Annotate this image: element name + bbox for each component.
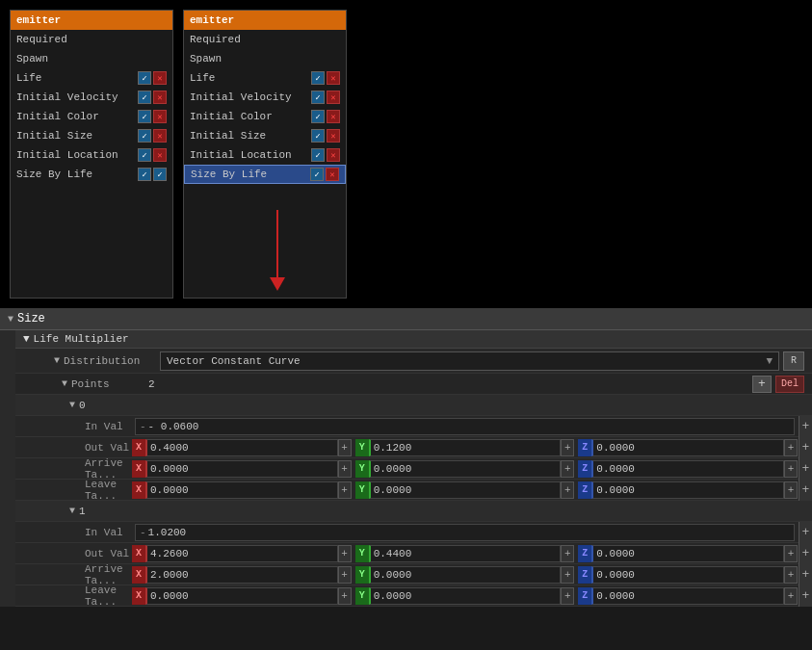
initiallocation-checkbox-1[interactable]: ✓	[138, 148, 151, 162]
outval-0-x-input[interactable]: 0.4000	[145, 439, 338, 456]
arriveta-0-z-plus[interactable]: +	[784, 460, 798, 478]
arriveta-1-z-input[interactable]: 0.0000	[591, 566, 784, 584]
initialcolor-checkbox-2[interactable]: ✓	[311, 110, 325, 123]
outval-0-z-input[interactable]: 0.0000	[591, 439, 784, 456]
top-panel: emitter Required Spawn Life ✓ ✕ Initial …	[0, 0, 812, 308]
sizebylife-checkbox-2[interactable]: ✓	[310, 168, 324, 181]
arriveta-1-y-input[interactable]: 0.0000	[369, 566, 562, 584]
emitter-initialsize-2: Initial Size ✓ ✕	[184, 126, 346, 145]
initialsize-x-1[interactable]: ✕	[153, 129, 167, 143]
initiallocation-checkbox-2[interactable]: ✓	[311, 148, 325, 162]
leaveta-1-y-plus[interactable]: +	[561, 587, 574, 605]
life-multiplier-header[interactable]: ▼ Life Multiplier	[15, 330, 812, 349]
outval-0-y-input[interactable]: 0.1200	[369, 439, 562, 456]
points-add-button[interactable]: +	[752, 376, 772, 393]
sizebylife-checkbox-1[interactable]: ✓	[138, 168, 151, 181]
leaveta-0-y-plus[interactable]: +	[561, 481, 574, 499]
leaveta-0-x-value: 0.0000	[150, 484, 189, 496]
inval-1-input-wrapper[interactable]: - 1.0200	[135, 524, 795, 541]
emitter-sizebylife-1: Size By Life ✓ ✓	[11, 165, 172, 184]
inval-1-row: In Val - 1.0200 +	[15, 522, 812, 543]
outval-1-x-input[interactable]: 4.2600	[145, 545, 338, 562]
leaveta-1-x-label: X	[132, 587, 145, 605]
bottom-panel: ▼ Size ▼ Life Multiplier ▼ Distribution …	[0, 308, 812, 607]
life-x-2[interactable]: ✕	[327, 71, 340, 85]
outval-1-z-input[interactable]: 0.0000	[591, 545, 784, 562]
outval-1-y-input[interactable]: 0.4400	[369, 545, 562, 562]
inval-0-input-wrapper[interactable]: - - 0.0600	[135, 418, 795, 435]
arriveta-1-y-label: Y	[355, 566, 369, 584]
initialsize-checkbox-1[interactable]: ✓	[138, 129, 151, 143]
initiallocation-x-1[interactable]: ✕	[153, 148, 167, 162]
arriveta-0-x-plus[interactable]: +	[338, 460, 352, 478]
distribution-r-button[interactable]: R	[783, 351, 804, 371]
leaveta-1-x-input[interactable]: 0.0000	[145, 587, 338, 605]
outval-1-y-plus[interactable]: +	[561, 545, 574, 562]
leaveta-0-y-input[interactable]: 0.0000	[369, 481, 562, 499]
leaveta-1-z-plus[interactable]: +	[784, 587, 798, 605]
initialsize-x-2[interactable]: ✕	[327, 129, 340, 143]
initialcolor-x-1[interactable]: ✕	[153, 110, 167, 123]
outval-1-z-plus[interactable]: +	[784, 545, 798, 562]
leaveta-0-x-plus[interactable]: +	[338, 481, 352, 499]
leaveta-0-z-input[interactable]: 0.0000	[591, 481, 784, 499]
arriveta-0-y-input[interactable]: 0.0000	[369, 460, 562, 478]
outval-0-x-plus[interactable]: +	[338, 439, 352, 456]
outval-1-x-value: 4.2600	[150, 548, 189, 559]
leaveta-0-end-plus[interactable]: +	[799, 480, 812, 501]
inval-1-plus-button[interactable]: +	[799, 522, 812, 543]
arriveta-0-z-input[interactable]: 0.0000	[591, 460, 784, 478]
leaveta-1-x-plus[interactable]: +	[338, 587, 352, 605]
initiallocation-x-2[interactable]: ✕	[327, 148, 340, 162]
arriveta-1-end-plus[interactable]: +	[799, 564, 812, 585]
initialsize-checkbox-2[interactable]: ✓	[311, 129, 325, 143]
arriveta-0-end-plus[interactable]: +	[799, 458, 812, 480]
emitter-spawn-1: Spawn	[11, 49, 172, 68]
outval-0-y-plus[interactable]: +	[561, 439, 574, 456]
arriveta-0-x-input[interactable]: 0.0000	[145, 460, 338, 478]
emitter-sizebylife-2[interactable]: Size By Life ✓ ✕	[184, 165, 346, 184]
size-section-header[interactable]: ▼ Size	[0, 308, 812, 330]
arriveta-1-y-plus[interactable]: +	[561, 566, 574, 584]
life-x-1[interactable]: ✕	[153, 71, 167, 85]
leaveta-1-z-label: Z	[578, 587, 591, 605]
initialcolor-checkbox-1[interactable]: ✓	[138, 110, 151, 123]
inval-0-plus-button[interactable]: +	[799, 416, 812, 437]
sizebylife-x-2[interactable]: ✕	[326, 168, 339, 181]
initialcolor-x-2[interactable]: ✕	[327, 110, 340, 123]
points-del-button[interactable]: Del	[775, 376, 804, 393]
leaveta-0-x-input[interactable]: 0.0000	[145, 481, 338, 499]
arriveta-0-y-field: Y 0.0000 +	[355, 460, 575, 478]
initialvelocity-x-1[interactable]: ✕	[153, 91, 167, 104]
leaveta-1-y-input[interactable]: 0.0000	[369, 587, 562, 605]
emitter-initialsize-1: Initial Size ✓ ✕	[11, 126, 172, 145]
outval-0-z-plus[interactable]: +	[784, 439, 798, 456]
leaveta-1-row: Leave Ta... X 0.0000 + Y 0.0000 +	[15, 585, 812, 607]
inval-0-value[interactable]: - 0.0600	[148, 421, 199, 432]
arriveta-1-x-input[interactable]: 2.0000	[145, 566, 338, 584]
outval-1-end-plus[interactable]: +	[799, 543, 812, 564]
emitter-required-2: Required	[184, 30, 346, 49]
life-checkbox-2[interactable]: ✓	[311, 71, 325, 85]
leaveta-1-z-input[interactable]: 0.0000	[591, 587, 784, 605]
arriveta-1-x-value: 2.0000	[150, 569, 189, 581]
arriveta-1-x-plus[interactable]: +	[338, 566, 352, 584]
life-multiplier-triangle-icon: ▼	[23, 333, 30, 345]
arriveta-0-y-plus[interactable]: +	[561, 460, 574, 478]
outval-0-end-plus[interactable]: +	[799, 437, 812, 458]
initialvelocity-checkbox-1[interactable]: ✓	[138, 91, 151, 104]
sizebylife-checkbox2-1[interactable]: ✓	[153, 168, 167, 181]
outval-1-x-plus[interactable]: +	[338, 545, 352, 562]
initialvelocity-checkbox-2[interactable]: ✓	[311, 91, 325, 104]
size-triangle-icon: ▼	[8, 314, 13, 325]
arriveta-1-z-plus[interactable]: +	[784, 566, 798, 584]
arriveta-1-z-field: Z 0.0000 +	[578, 566, 798, 584]
distribution-dropdown[interactable]: Vector Constant Curve ▼	[160, 351, 779, 371]
leaveta-0-z-plus[interactable]: +	[784, 481, 798, 499]
leaveta-1-end-plus[interactable]: +	[799, 585, 812, 607]
leaveta-0-y-field: Y 0.0000 +	[355, 481, 575, 499]
initialvelocity-x-2[interactable]: ✕	[327, 91, 340, 104]
inval-1-value[interactable]: 1.0200	[148, 527, 187, 538]
outval-0-y-value: 0.1200	[374, 442, 412, 454]
life-checkbox-1[interactable]: ✓	[138, 71, 151, 85]
